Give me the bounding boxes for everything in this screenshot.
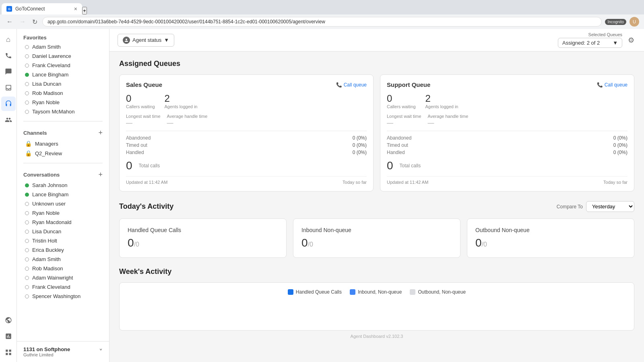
forward-button[interactable]: → [18,17,27,26]
home-icon[interactable]: ⌂ [1,32,16,47]
sidebar-item-label: Spencer Washington [32,293,80,299]
sidebar-item-channel[interactable]: 🔒Managers [19,139,107,148]
sidebar-item-label: Rob Madison [32,90,63,96]
settings-button[interactable]: ⚙ [626,34,636,46]
incognito-badge: Incognito [605,19,626,25]
compare-to-select[interactable]: Yesterday [586,201,634,212]
sales-updated-label: Updated at 11:42 AM [126,180,167,185]
sidebar-item-label: Ryan Macdonald [32,219,72,225]
sidebar-item-conversation[interactable]: Tristin Holt [19,236,107,245]
sidebar-item-label: Frank Cleveland [32,284,70,290]
grid-icon[interactable] [1,348,16,362]
sales-queue-footer: Updated at 11:42 AM Today so far [126,176,367,185]
browser-chrome: G GoToConnect × + ← → ↻ Incognito U [0,0,644,29]
inbox-icon[interactable] [1,80,16,95]
status-dot [25,294,29,298]
sidebar-item-favorite[interactable]: Rob Madison [19,88,107,98]
assigned-queues-title: Assigned Queues [119,60,634,68]
sidebar-item-favorite[interactable]: Ryan Noble [19,98,107,107]
chart-icon[interactable] [1,331,16,346]
add-channel-button[interactable]: + [98,129,103,137]
agent-status-button[interactable]: Agent status ▼ [118,34,174,47]
sidebar-item-conversation[interactable]: Adam Wainwright [19,273,107,282]
status-dot [25,82,29,86]
sales-call-queue-button[interactable]: 📞 Call queue [336,82,367,88]
user-avatar: U [630,17,639,27]
support-callers-waiting-value: 0 [387,93,416,104]
sidebar-item-conversation[interactable]: Lisa Duncan [19,227,107,236]
support-abandoned-row: Abandoned 0 (0%) [387,134,627,142]
sidebar-item-label: Daniel Lawrence [32,53,71,59]
sales-agents-logged-label: Agents logged in [165,104,198,109]
sidebar-item-label: Taysom McMahon [32,109,74,115]
support-longest-wait-label: Longest wait time [387,114,421,119]
support-avg-handle-dash: — [428,119,469,127]
sidebar-item-conversation[interactable]: Ryan Noble [19,208,107,218]
sidebar-item-conversation[interactable]: Ryan Macdonald [19,218,107,227]
status-dot [25,193,29,197]
sales-queue-stats-row: 0 Callers waiting 2 Agents logged in [126,93,367,109]
legend-item: Inbound, Non-queue [350,289,402,295]
support-call-queue-button[interactable]: 📞 Call queue [597,82,627,88]
sidebar-item-conversation[interactable]: Adam Smith [19,255,107,264]
support-total-calls-row: 0 Total calls [387,159,627,172]
sidebar-item-conversation[interactable]: Lance Bingham [19,190,107,199]
legend-label: Handled Queue Calls [296,289,342,295]
reload-button[interactable]: ↻ [31,17,39,27]
new-tab-button[interactable]: + [82,7,87,14]
handled-queue-calls-title: Handled Queue Calls [128,227,278,233]
sidebar-item-label: Erica Buckley [32,247,64,253]
sidebar-divider-2 [23,163,103,163]
sidebar-item-conversation[interactable]: Frank Cleveland [19,282,107,292]
app-layout: ⌂ Favorites Adam [0,29,644,362]
sidebar-item-favorite[interactable]: Daniel Lawrence [19,51,107,61]
conversations-list: Sarah JohnsonLance BinghamUnknown userRy… [17,181,109,301]
selected-queues-dropdown[interactable]: Assigned: 2 of 2 ▼ [558,38,622,48]
sidebar-item-favorite[interactable]: Adam Smith [19,42,107,51]
sidebar-item-channel[interactable]: 🔒Q2_Review [19,148,107,158]
sidebar-item-conversation[interactable]: Sarah Johnson [19,181,107,190]
chat-icon[interactable] [1,64,16,79]
footer-phone: 1131 on Softphone [23,346,70,352]
add-conversation-button[interactable]: + [98,171,103,179]
support-call-queue-label: Call queue [605,82,627,88]
sales-total-calls-row: 0 Total calls [126,159,367,172]
outbound-non-queue-value: 0/0 [475,237,626,249]
sidebar-divider-1 [23,121,103,121]
sidebar-item-favorite[interactable]: Taysom McMahon [19,107,107,116]
globe-icon[interactable] [1,315,16,330]
tab-close-button[interactable]: × [74,6,77,12]
phone-icon[interactable] [1,48,16,63]
sidebar-item-conversation[interactable]: Spencer Washington [19,292,107,301]
sidebar-footer: 1131 on Softphone Guthrie Limited ˅ [17,341,109,362]
phone-call-icon: 📞 [336,82,342,88]
status-dot [25,73,29,77]
browser-tab[interactable]: G GoToConnect × [2,3,82,14]
sales-longest-wait: Longest wait time — [126,114,161,128]
sidebar-item-favorite[interactable]: Lance Bingham [19,70,107,79]
sales-timed-out-row: Timed out 0 (0%) [126,142,367,149]
support-agents-logged-stat: 2 Agents logged in [425,93,458,109]
favicon-icon: G [6,6,12,12]
agent-icon [123,37,130,44]
status-dot [25,101,29,105]
address-bar[interactable] [42,17,602,27]
sidebar-item-conversation[interactable]: Unknown user [19,199,107,208]
footer-company: Guthrie Limited [23,352,70,357]
headset-icon[interactable] [1,97,16,111]
back-button[interactable]: ← [5,17,14,26]
support-queue-card: Support Queue 📞 Call queue 0 Callers wai… [380,74,634,191]
browser-tab-bar: G GoToConnect × + [0,0,644,14]
footer-expand-button[interactable]: ˅ [99,348,103,356]
sidebar-item-conversation[interactable]: Erica Buckley [19,245,107,255]
sales-period-label: Today so far [343,180,367,185]
people-icon[interactable] [1,113,16,127]
sidebar-item-favorite[interactable]: Lisa Duncan [19,79,107,88]
support-avg-handle: Average handle time — [428,114,469,128]
sidebar-item-conversation[interactable]: Rob Madison [19,264,107,273]
support-total-calls-label: Total calls [400,163,421,169]
status-dot [25,239,29,243]
sidebar-item-label: Unknown user [32,201,66,207]
sidebar-item-favorite[interactable]: Frank Cleveland [19,61,107,70]
support-queue-details: Abandoned 0 (0%) Timed out 0 (0%) Handle… [387,134,627,156]
